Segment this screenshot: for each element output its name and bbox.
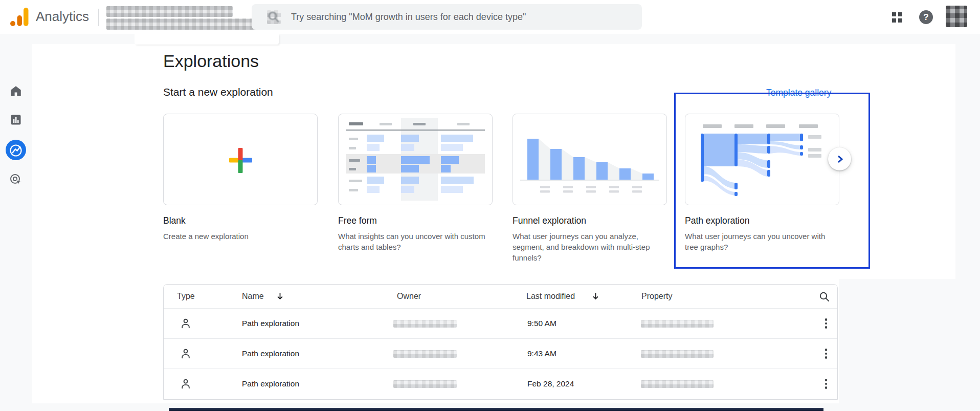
template-title: Free form	[338, 215, 493, 226]
column-header-owner: Owner	[397, 292, 421, 301]
section-heading: Start a new exploration	[163, 86, 273, 98]
table-search-icon[interactable]	[818, 291, 831, 303]
header-divider	[98, 9, 99, 26]
table-row[interactable]: Path exploration 9:43 AM	[164, 338, 837, 369]
exploration-name: Path exploration	[242, 349, 299, 358]
row-menu-icon[interactable]	[820, 348, 832, 360]
account-name-redacted	[106, 6, 233, 17]
table-header-row: Type Name Owner Last modified Property	[164, 285, 837, 308]
home-icon	[9, 84, 23, 98]
advertising-icon	[9, 173, 23, 186]
ga-explorations-page: Analytics Try searching "MoM growth in u…	[0, 0, 980, 411]
search-input[interactable]: Try searching "MoM growth in users for e…	[252, 4, 642, 30]
person-icon	[180, 317, 192, 332]
exploration-name: Path exploration	[242, 319, 299, 328]
sidebar-item-home[interactable]	[9, 84, 23, 98]
plus-icon	[164, 114, 317, 205]
template-title: Funnel exploration	[513, 215, 667, 226]
help-icon[interactable]: ?	[919, 10, 933, 24]
template-description: What user journeys can you analyze, segm…	[513, 231, 665, 263]
search-icon	[267, 10, 281, 24]
search-placeholder: Try searching "MoM growth in users for e…	[291, 12, 526, 23]
property-redacted	[641, 350, 714, 358]
template-card-funnel-exploration[interactable]: Funnel exploration What user journeys ca…	[513, 114, 667, 263]
last-modified-value: 9:50 AM	[527, 319, 556, 328]
carousel-next-button[interactable]	[828, 147, 851, 170]
table-row[interactable]: Path exploration Feb 28, 2024	[164, 369, 837, 399]
sort-descending-icon[interactable]	[591, 292, 600, 302]
blank-thumbnail	[163, 114, 318, 205]
person-icon	[180, 378, 192, 392]
google-analytics-logo-icon[interactable]	[9, 7, 30, 27]
column-header-type: Type	[177, 292, 195, 301]
sidebar-item-explore[interactable]	[6, 140, 26, 160]
row-menu-icon[interactable]	[820, 378, 832, 390]
row-menu-icon[interactable]	[820, 317, 832, 330]
template-title: Blank	[163, 215, 318, 226]
bar-chart-icon	[10, 114, 22, 126]
app-title: Analytics	[36, 9, 89, 25]
template-title: Path exploration	[685, 215, 839, 226]
template-description: Create a new exploration	[163, 231, 316, 242]
background-gutter	[839, 279, 955, 403]
app-header: Analytics Try searching "MoM growth in u…	[0, 0, 980, 34]
column-header-property: Property	[641, 292, 672, 301]
sidebar-item-reports[interactable]	[10, 114, 22, 126]
owner-redacted	[393, 320, 457, 328]
bottom-edge-bar	[169, 408, 823, 411]
avatar[interactable]	[946, 6, 967, 27]
free-form-thumbnail	[338, 114, 493, 205]
sidebar-nav	[0, 34, 32, 411]
sidebar-item-advertising[interactable]	[9, 173, 23, 186]
template-gallery-link[interactable]: Template gallery	[766, 88, 831, 98]
table-row[interactable]: Path exploration 9:50 AM	[164, 308, 837, 338]
template-description: What user journeys can you uncover with …	[685, 231, 837, 252]
template-card-path-exploration[interactable]: Path exploration What user journeys can …	[685, 114, 839, 252]
page-title: Explorations	[163, 51, 259, 71]
property-redacted	[641, 320, 714, 328]
explorations-table: Type Name Owner Last modified Property	[163, 284, 838, 400]
template-card-blank[interactable]: Blank Create a new exploration	[163, 114, 318, 242]
person-icon	[180, 348, 192, 362]
path-thumbnail	[685, 114, 839, 205]
apps-grid-icon[interactable]	[892, 12, 902, 23]
owner-redacted	[393, 380, 457, 388]
owner-redacted	[393, 350, 457, 358]
last-modified-value: 9:43 AM	[527, 349, 556, 358]
explore-icon	[6, 140, 26, 160]
column-header-name[interactable]: Name	[242, 292, 264, 301]
property-redacted	[641, 380, 714, 388]
template-description: What insights can you uncover with custo…	[338, 231, 491, 252]
exploration-name: Path exploration	[242, 379, 299, 388]
account-switcher-panel-edge	[135, 34, 279, 45]
sort-descending-icon[interactable]	[276, 292, 284, 302]
last-modified-value: Feb 28, 2024	[527, 379, 574, 388]
chevron-right-icon	[835, 155, 844, 164]
column-header-last-modified[interactable]: Last modified	[526, 292, 575, 301]
funnel-thumbnail	[513, 114, 667, 205]
template-card-free-form[interactable]: Free form What insights can you uncover …	[338, 114, 493, 252]
